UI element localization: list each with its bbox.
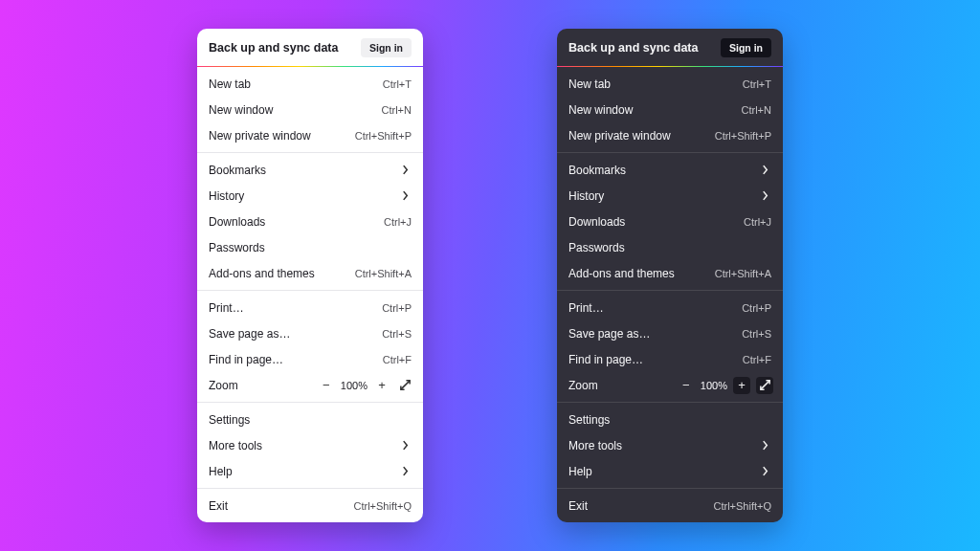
menu-item-help[interactable]: Help (197, 458, 423, 484)
shortcut: Ctrl+Shift+Q (713, 500, 771, 512)
menu-item-label: Bookmarks (209, 164, 266, 177)
menu-item-save-as[interactable]: Save page as… Ctrl+S (557, 320, 783, 346)
app-menu-dark: Back up and sync data Sign in New tab Ct… (557, 29, 783, 523)
menu-item-addons[interactable]: Add-ons and themes Ctrl+Shift+A (197, 260, 423, 286)
menu-item-label: Find in page… (568, 353, 643, 366)
menu-item-label: Downloads (568, 215, 625, 229)
menu-item-new-window[interactable]: New window Ctrl+N (557, 97, 783, 122)
chevron-right-icon (398, 439, 412, 452)
menu-item-label: Add-ons and themes (209, 267, 315, 280)
menu-item-label: Exit (209, 499, 228, 513)
menu-item-downloads[interactable]: Downloads Ctrl+J (197, 209, 423, 234)
menu-item-help[interactable]: Help (557, 458, 783, 484)
menu-item-new-tab[interactable]: New tab Ctrl+T (557, 71, 783, 97)
menu-item-downloads[interactable]: Downloads Ctrl+J (557, 209, 783, 234)
shortcut: Ctrl+J (384, 216, 412, 228)
menu-item-settings[interactable]: Settings (557, 407, 783, 432)
shortcut: Ctrl+N (382, 104, 412, 116)
zoom-level: 100% (701, 380, 727, 391)
zoom-in-button[interactable]: + (373, 377, 390, 394)
menu-item-zoom: Zoom − 100% + (557, 372, 783, 398)
menu-item-find[interactable]: Find in page… Ctrl+F (557, 346, 783, 372)
menu-item-label: History (568, 189, 604, 203)
zoom-controls: − 100% + (678, 377, 773, 394)
zoom-in-button[interactable]: + (733, 377, 750, 394)
menu-item-label: History (209, 189, 244, 203)
fullscreen-icon[interactable] (756, 377, 773, 394)
chevron-right-icon (758, 164, 771, 177)
menu-item-more-tools[interactable]: More tools (557, 432, 783, 458)
menu-item-settings[interactable]: Settings (197, 407, 423, 432)
menu-item-more-tools[interactable]: More tools (197, 432, 423, 458)
menu-item-label: Add-ons and themes (568, 267, 675, 280)
chevron-right-icon (398, 189, 412, 203)
menu-item-label: New window (209, 103, 273, 117)
chevron-right-icon (758, 189, 771, 203)
menu-item-bookmarks[interactable]: Bookmarks (197, 157, 423, 183)
menu-item-exit[interactable]: Exit Ctrl+Shift+Q (197, 493, 423, 518)
menu-item-addons[interactable]: Add-ons and themes Ctrl+Shift+A (557, 260, 783, 286)
shortcut: Ctrl+S (742, 328, 771, 340)
menu-item-label: New tab (209, 77, 251, 91)
zoom-out-button[interactable]: − (318, 377, 335, 394)
chevron-right-icon (758, 439, 771, 452)
menu-item-new-private-window[interactable]: New private window Ctrl+Shift+P (197, 122, 423, 148)
menu-item-label: More tools (568, 439, 622, 452)
shortcut: Ctrl+J (744, 216, 771, 228)
menu-item-label: Downloads (209, 215, 265, 229)
menu-item-print[interactable]: Print… Ctrl+P (557, 295, 783, 320)
app-menu-light: Back up and sync data Sign in New tab Ct… (197, 29, 423, 523)
signin-button[interactable]: Sign in (721, 38, 771, 57)
sync-title: Back up and sync data (568, 41, 698, 55)
menu-item-new-window[interactable]: New window Ctrl+N (197, 97, 423, 122)
menu-item-label: Help (568, 465, 592, 478)
menu-item-label: Save page as… (568, 327, 650, 341)
menu-item-label: Help (209, 465, 233, 478)
menu-item-label: Find in page… (209, 353, 283, 366)
zoom-out-button[interactable]: − (678, 377, 695, 394)
menu-item-print[interactable]: Print… Ctrl+P (197, 295, 423, 320)
fullscreen-icon[interactable] (396, 377, 413, 394)
menu-item-save-as[interactable]: Save page as… Ctrl+S (197, 320, 423, 346)
shortcut: Ctrl+T (383, 78, 412, 90)
menu-item-label: Settings (568, 413, 610, 427)
chevron-right-icon (398, 465, 412, 478)
menu-item-new-tab[interactable]: New tab Ctrl+T (197, 71, 423, 97)
menu-item-label: Save page as… (209, 327, 290, 341)
menu-item-bookmarks[interactable]: Bookmarks (557, 157, 783, 183)
menu-item-label: Settings (209, 413, 250, 427)
menu-item-label: Passwords (209, 241, 265, 254)
menu-item-label: New private window (568, 129, 671, 143)
signin-button[interactable]: Sign in (361, 38, 412, 57)
menu-item-history[interactable]: History (557, 183, 783, 209)
shortcut: Ctrl+Shift+Q (353, 500, 412, 512)
shortcut: Ctrl+Shift+P (715, 130, 771, 142)
menu-item-new-private-window[interactable]: New private window Ctrl+Shift+P (557, 122, 783, 148)
chevron-right-icon (758, 465, 771, 478)
menu-item-label: More tools (209, 439, 262, 452)
shortcut: Ctrl+Shift+A (715, 268, 771, 279)
menu-item-label: Print… (209, 301, 244, 315)
menu-item-label: New tab (568, 77, 611, 91)
menu-item-label: New private window (209, 129, 311, 143)
menu-item-label: New window (568, 103, 633, 117)
menu-item-label: Passwords (568, 241, 625, 254)
shortcut: Ctrl+F (743, 354, 771, 365)
sync-header: Back up and sync data Sign in (197, 29, 423, 66)
menu-item-label: Print… (568, 301, 604, 315)
shortcut: Ctrl+S (382, 328, 412, 340)
shortcut: Ctrl+F (383, 354, 412, 365)
menu-item-history[interactable]: History (197, 183, 423, 209)
wallpaper: Back up and sync data Sign in New tab Ct… (0, 0, 980, 551)
menu-item-passwords[interactable]: Passwords (557, 234, 783, 260)
menu-item-label: Zoom (568, 379, 598, 392)
shortcut: Ctrl+T (743, 78, 771, 90)
menu-item-label: Bookmarks (568, 164, 626, 177)
menu-item-passwords[interactable]: Passwords (197, 234, 423, 260)
menu-item-label: Zoom (209, 379, 238, 392)
menu-item-zoom: Zoom − 100% + (197, 372, 423, 398)
shortcut: Ctrl+N (742, 104, 771, 116)
menu-item-label: Exit (568, 499, 588, 513)
menu-item-exit[interactable]: Exit Ctrl+Shift+Q (557, 493, 783, 518)
menu-item-find[interactable]: Find in page… Ctrl+F (197, 346, 423, 372)
